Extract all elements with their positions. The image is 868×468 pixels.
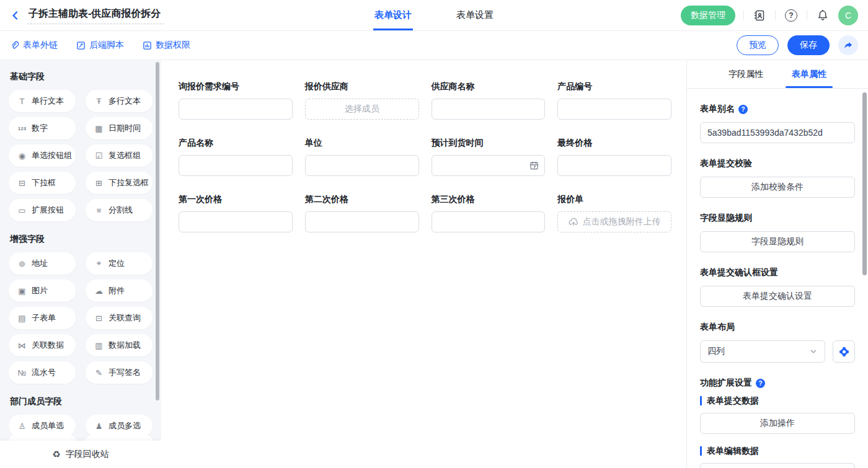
tab-form-design[interactable]: 表单设计 [374,0,412,30]
submit-data-add-button[interactable]: 添加操作 [700,413,855,434]
form-field[interactable]: 报价单点击或拖拽附件上传 [557,194,671,232]
add-validation-button[interactable]: 添加校验条件 [700,177,855,198]
field-palette-label: 附件 [108,285,125,296]
attachment-upload[interactable]: 点击或拖拽附件上传 [557,211,671,232]
help-icon[interactable]: ? [738,105,748,114]
form-field[interactable]: 单位 [305,138,419,176]
field-palette-item[interactable]: ⊟下拉框 [9,172,76,194]
field-palette-item[interactable]: ⌖定位 [86,252,153,275]
form-field[interactable]: 询报价需求编号 [179,81,293,120]
field-palette-item[interactable]: ⋈关联数据 [9,334,76,356]
submit-validation-label: 表单提交校验 [700,158,855,169]
app-body: 基础字段T单行文本Ŧ多行文本123数字▦日期时间◉单选按钮组☑复选框组⊟下拉框⊞… [0,60,868,468]
share-button[interactable] [838,35,858,55]
field-palette-item[interactable]: №流水号 [9,361,76,384]
backend-script-item[interactable]: 后端脚本 [76,40,124,51]
data-permission-item[interactable]: 数据权限 [143,40,190,51]
calendar-icon [529,161,539,170]
palette-section: 部门成员字段♙成员单选♟成员多选 [9,396,153,437]
field-label: 第二次价格 [305,194,419,205]
form-field[interactable]: 报价供应商选择成员 [305,81,419,120]
form-field[interactable]: 预计到货时间 [432,138,546,176]
data-manage-button[interactable]: 数据管理 [681,6,735,25]
field-palette-item[interactable]: ▣图片 [9,280,76,302]
form-field[interactable]: 第二次价格 [305,194,419,232]
text-input[interactable] [432,99,546,120]
text-input[interactable] [179,211,293,232]
data-load-icon: ▥ [94,341,104,350]
form-layout-select[interactable]: 四列 [700,340,825,363]
external-link-item[interactable]: 表单外链 [10,40,58,51]
divider [743,11,744,20]
field-palette-label: 成员多选 [108,420,141,431]
text-input[interactable] [557,99,671,120]
tab-form-settings[interactable]: 表单设置 [456,0,494,30]
field-palette-item[interactable]: Ŧ多行文本 [86,90,153,112]
header-actions: 数据管理 ? C [681,6,858,25]
member-picker-placeholder: 选择成员 [345,104,379,115]
edit-data-add-button[interactable]: 添加操作 [700,463,855,468]
field-palette-label: 关联查询 [108,312,141,324]
save-button[interactable]: 保存 [787,35,830,55]
field-palette-item[interactable]: ◉单选按钮组 [9,144,76,167]
field-palette-label: 分割线 [108,205,133,216]
member-picker[interactable]: 选择成员 [305,99,419,120]
form-field[interactable]: 第一次价格 [179,194,293,232]
text-input[interactable] [557,155,671,176]
toolbar-links: 表单外链 后端脚本 数据权限 [10,40,190,51]
form-field[interactable]: 最终价格 [557,138,671,176]
field-palette-item[interactable]: T单行文本 [9,90,76,112]
tab-field-properties[interactable]: 字段属性 [728,60,763,88]
form-field[interactable]: 产品名称 [179,138,293,176]
subform-icon: ▤ [17,314,27,323]
field-palette-item[interactable]: ≡分割线 [86,199,153,221]
field-visibility-label: 字段显隐规则 [700,213,855,224]
field-palette-item[interactable]: ☁附件 [86,280,153,302]
field-palette-item[interactable]: ▥数据加载 [86,334,153,356]
field-palette-label: 成员单选 [32,420,64,431]
help-icon[interactable]: ? [784,8,799,23]
text-input[interactable] [179,99,293,120]
sidebar-scrollbar[interactable] [156,62,159,400]
form-title[interactable]: 子拆主辅助表-供应商报价拆分 [27,6,164,24]
field-palette-item[interactable]: ▭扩展按钮 [9,199,76,221]
field-palette-item[interactable]: ☑复选框组 [86,144,153,167]
form-field[interactable]: 第三次价格 [432,194,546,232]
date-input[interactable] [432,155,546,176]
form-field[interactable]: 供应商名称 [432,81,546,120]
field-palette-item[interactable]: ⊞下拉复选框 [86,172,153,194]
signature-icon: ✎ [94,368,104,377]
help-icon[interactable]: ? [756,379,765,388]
edit-data-group-label: 表单编辑数据 [700,446,855,456]
header-tabs: 表单设计 表单设置 [374,0,494,30]
field-palette-item[interactable]: ▤子表单 [9,307,76,329]
contact-book-icon[interactable] [752,8,767,23]
submit-confirm-button[interactable]: 表单提交确认设置 [700,286,855,307]
text-input[interactable] [305,211,419,232]
text-input[interactable] [179,155,293,176]
field-palette-item[interactable]: ⊚地址 [9,252,76,275]
tab-form-properties[interactable]: 表单属性 [792,60,826,88]
back-icon[interactable] [10,10,21,21]
field-palette-item[interactable]: ▦日期时间 [86,117,153,139]
layout-settings-button[interactable] [833,340,855,363]
panel-scrollbar[interactable] [862,92,867,275]
field-palette-item[interactable]: 123数字 [9,117,76,139]
field-palette-item[interactable]: ♙成员单选 [9,415,76,437]
preview-button[interactable]: 预览 [737,35,779,55]
field-palette-label: 数据加载 [108,340,141,351]
form-field[interactable]: 产品编号 [557,81,671,120]
multi-select-icon: ⊞ [94,179,104,188]
field-visibility-button[interactable]: 字段显隐规则 [700,231,855,252]
field-palette-item[interactable]: ✎手写签名 [86,361,153,384]
user-avatar[interactable]: C [838,6,858,25]
field-palette-item[interactable]: ♟成员多选 [86,415,153,437]
script-icon [76,41,86,50]
field-palette-item[interactable]: ⊡关联查询 [86,307,153,329]
field-recycle-bin[interactable]: ♻ 字段回收站 [0,441,161,468]
form-alias-input[interactable] [700,122,855,143]
field-palette-label: 单选按钮组 [32,150,72,161]
text-input[interactable] [432,211,546,232]
notification-bell-icon[interactable] [815,8,830,23]
text-input[interactable] [305,155,419,176]
